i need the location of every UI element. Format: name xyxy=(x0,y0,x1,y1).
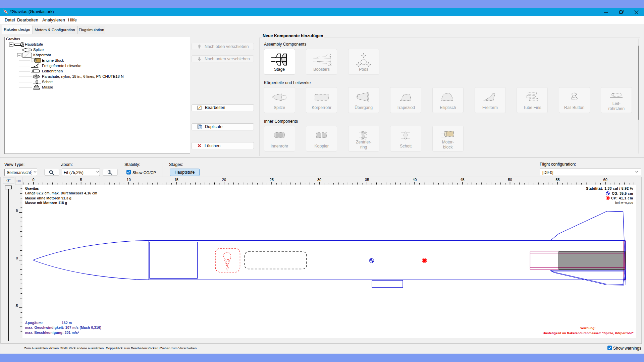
svg-text:162 m: 162 m xyxy=(62,321,72,325)
svg-text:20: 20 xyxy=(222,178,226,182)
svg-text:Gravitas: Gravitas xyxy=(25,187,39,190)
svg-text:35: 35 xyxy=(365,178,369,182)
svg-text:0°: 0° xyxy=(6,178,10,183)
svg-text:max. Beschleunigung: 201 m/s²: max. Beschleunigung: 201 m/s² xyxy=(25,331,79,335)
svg-text:CG: 35,5 cm: CG: 35,5 cm xyxy=(612,192,633,195)
svg-text:0: 0 xyxy=(16,256,18,260)
svg-text:Apogäum:: Apogäum: xyxy=(25,321,43,325)
svg-text:5: 5 xyxy=(16,208,18,213)
svg-text:cm: cm xyxy=(16,179,21,183)
svg-text:Stabilität: 1,33 cal / 8,92 %: Stabilität: 1,33 cal / 8,92 % xyxy=(586,187,633,190)
svg-text:5: 5 xyxy=(80,178,82,182)
svg-text:bei M=0,300: bei M=0,300 xyxy=(615,201,633,204)
svg-text:30: 30 xyxy=(317,178,321,182)
svg-text:45: 45 xyxy=(460,178,464,182)
svg-text:15: 15 xyxy=(174,178,178,182)
svg-text:max. Geschwindigkeit: 107 m/s: max. Geschwindigkeit: 107 m/s (Mach 0,31… xyxy=(25,326,101,329)
svg-text:Unstetigkeit im Raketendurchme: Unstetigkeit im Raketendurchmesser: "Spi… xyxy=(543,331,634,335)
svg-text:Länge 62,2 cm, max. Durchmesse: Länge 62,2 cm, max. Durchmesser 4,16 cm xyxy=(25,191,97,195)
svg-text:50: 50 xyxy=(508,178,512,182)
svg-text:Masse mit Motoren 118 g: Masse mit Motoren 118 g xyxy=(25,201,67,205)
svg-text:40: 40 xyxy=(413,178,417,182)
svg-text:CP: 41,1 cm: CP: 41,1 cm xyxy=(611,196,633,200)
svg-text:0: 0 xyxy=(32,178,34,182)
svg-text:25: 25 xyxy=(270,178,274,182)
svg-text:Warnung:: Warnung: xyxy=(581,326,596,330)
svg-text:10: 10 xyxy=(127,178,131,182)
svg-text:Masse ohne Motoren 91,3 g: Masse ohne Motoren 91,3 g xyxy=(25,196,71,200)
svg-text:60: 60 xyxy=(603,178,607,182)
svg-text:55: 55 xyxy=(555,178,559,182)
svg-text:-5: -5 xyxy=(15,304,18,308)
